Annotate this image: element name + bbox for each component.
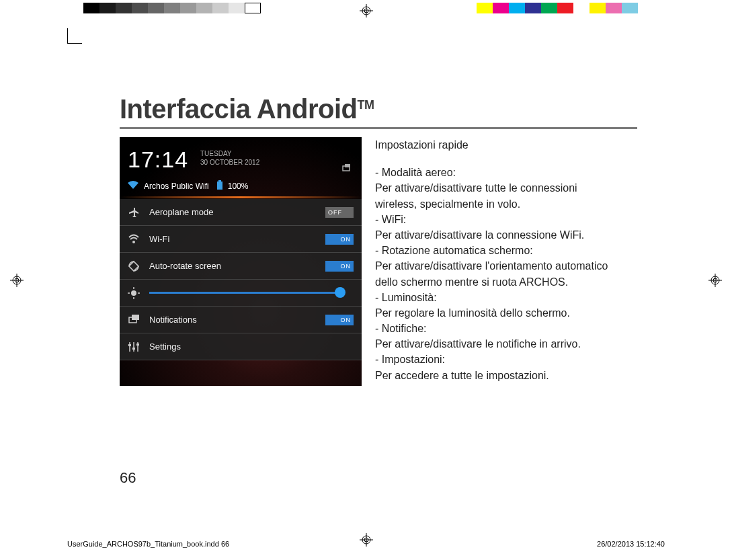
svg-rect-28 bbox=[132, 315, 139, 320]
status-wifi-row: Archos Public Wifi 100% bbox=[128, 180, 248, 192]
body-line: - Rotazione automatica schermo: bbox=[375, 243, 637, 258]
print-slug: UserGuide_ARCHOS97b_Titanium_book.indd 6… bbox=[67, 540, 665, 548]
qs-label: Settings bbox=[149, 342, 354, 352]
color-swatches bbox=[477, 3, 654, 13]
qs-label: Auto-rotate screen bbox=[149, 261, 316, 271]
date-weekday: TUESDAY bbox=[200, 149, 259, 158]
wifi-network-name: Archos Public Wifi bbox=[144, 182, 209, 191]
svg-rect-34 bbox=[136, 344, 139, 346]
qs-row-settings[interactable]: Settings bbox=[120, 333, 362, 360]
slug-datetime: 26/02/2013 15:12:40 bbox=[597, 540, 665, 548]
body-line: - WiFi: bbox=[375, 212, 637, 227]
body-line: Per regolare la luminosità dello schermo… bbox=[375, 305, 637, 321]
body-line: Per attivare/disattivare le notifiche in… bbox=[375, 336, 637, 352]
body-line: dello schermo mentre si ruota ARCHOS. bbox=[375, 274, 637, 290]
title-rule bbox=[120, 127, 637, 129]
body-line: - Impostazioni: bbox=[375, 352, 637, 367]
crop-mark bbox=[67, 28, 68, 43]
svg-rect-19 bbox=[218, 180, 221, 182]
airplane-icon bbox=[128, 206, 140, 218]
qs-label: Notifications bbox=[149, 315, 316, 325]
content-row: 17:14 TUESDAY 30 OCTOBER 2012 Archos Pub… bbox=[120, 137, 637, 386]
svg-rect-33 bbox=[132, 348, 135, 350]
slider-thumb[interactable] bbox=[335, 287, 345, 298]
toggle-off[interactable]: OFF bbox=[325, 207, 354, 218]
settings-icon bbox=[128, 341, 140, 353]
qs-row-aeroplane[interactable]: Aeroplane mode OFF bbox=[120, 199, 362, 226]
notifications-icon bbox=[128, 314, 140, 326]
registration-mark-icon bbox=[708, 274, 722, 287]
brightness-slider[interactable] bbox=[149, 292, 340, 294]
wifi-icon bbox=[128, 233, 140, 245]
body-line: Per attivare/disattivare l'orientamento … bbox=[375, 258, 637, 274]
subheading: Impostazioni rapide bbox=[375, 137, 637, 153]
toggle-on[interactable]: ON bbox=[325, 234, 354, 245]
title-text: Interfaccia Android bbox=[120, 94, 358, 124]
description-column: Impostazioni rapide - Modalità aereo: Pe… bbox=[375, 137, 637, 386]
registration-mark-icon bbox=[10, 274, 24, 287]
toggle-on[interactable]: ON bbox=[325, 261, 354, 272]
body-line: - Modalità aereo: bbox=[375, 165, 637, 180]
svg-rect-18 bbox=[217, 182, 222, 190]
battery-percent: 100% bbox=[228, 182, 249, 191]
qs-row-autorotate[interactable]: Auto-rotate screen ON bbox=[120, 253, 362, 280]
autorotate-icon bbox=[128, 260, 140, 272]
svg-rect-32 bbox=[128, 344, 131, 346]
body-line: Per attivare/disattivare tutte le connes… bbox=[375, 180, 637, 196]
body-line: - Luminosità: bbox=[375, 290, 637, 305]
qs-label: Aeroplane mode bbox=[149, 207, 316, 217]
toggle-on[interactable]: ON bbox=[325, 315, 354, 325]
trademark-symbol: TM bbox=[358, 98, 374, 112]
grayscale-swatches bbox=[83, 3, 261, 13]
page-content: Interfaccia AndroidTM 17:14 TUESDAY 30 O… bbox=[120, 94, 637, 386]
page-number: 66 bbox=[120, 469, 136, 487]
svg-point-20 bbox=[132, 241, 135, 243]
clock-time: 17:14 bbox=[128, 147, 188, 173]
crop-mark bbox=[67, 43, 82, 44]
date-full: 30 OCTOBER 2012 bbox=[200, 158, 259, 167]
brightness-icon bbox=[128, 287, 140, 299]
qs-row-brightness[interactable] bbox=[120, 280, 362, 307]
svg-rect-17 bbox=[345, 164, 350, 167]
notifications-status-icon bbox=[341, 164, 352, 175]
qs-row-notifications[interactable]: Notifications ON bbox=[120, 307, 362, 333]
android-screenshot: 17:14 TUESDAY 30 OCTOBER 2012 Archos Pub… bbox=[120, 137, 362, 386]
body-line: wireless, specialmente in volo. bbox=[375, 196, 637, 212]
qs-label: Wi-Fi bbox=[149, 234, 316, 244]
body-line: Per attivare/disattivare la connessione … bbox=[375, 227, 637, 243]
body-line: Per accedere a tutte le impostazioni. bbox=[375, 368, 637, 383]
clock-date: TUESDAY 30 OCTOBER 2012 bbox=[200, 149, 259, 167]
battery-icon bbox=[217, 180, 222, 192]
registration-mark-icon bbox=[360, 4, 373, 17]
quick-settings-panel: Aeroplane mode OFF Wi-Fi ON Auto-rotate … bbox=[120, 199, 362, 360]
svg-point-22 bbox=[131, 290, 136, 296]
wifi-icon bbox=[128, 181, 138, 191]
page-title: Interfaccia AndroidTM bbox=[120, 94, 637, 124]
body-line: - Notifiche: bbox=[375, 321, 637, 336]
qs-row-wifi[interactable]: Wi-Fi ON bbox=[120, 226, 362, 253]
panel-glow bbox=[120, 196, 362, 198]
slug-filename: UserGuide_ARCHOS97b_Titanium_book.indd 6… bbox=[67, 540, 229, 548]
